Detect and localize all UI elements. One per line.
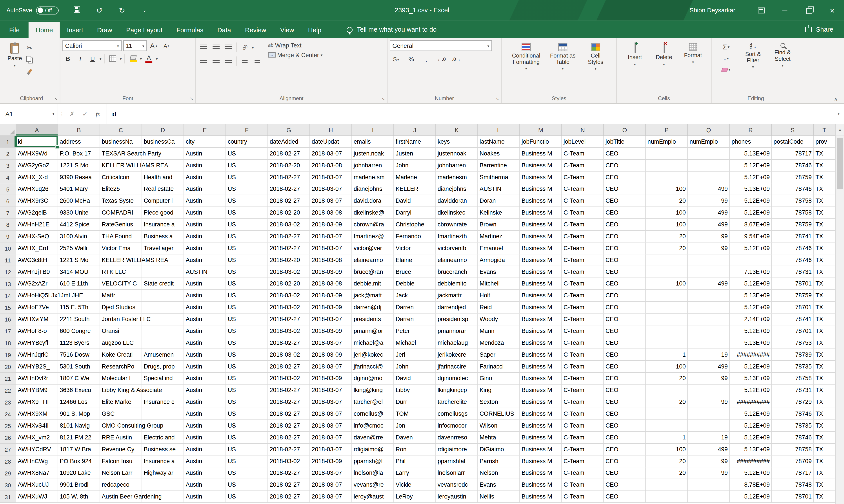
cell-D4[interactable]: Health and <box>142 172 184 183</box>
cell-C24[interactable]: GSC <box>100 408 142 420</box>
cell-C27[interactable]: Revenue Cy <box>100 444 142 455</box>
cell-A4[interactable]: AWHX_X-d <box>16 172 58 183</box>
cell-K25[interactable]: infocmocor <box>436 420 478 432</box>
cell-S30[interactable]: 78748 <box>772 479 814 491</box>
cell-K7[interactable]: dkelinskec <box>436 207 478 219</box>
cell-C30[interactable]: redcapeco <box>100 479 142 491</box>
row-header-4[interactable]: 4 <box>0 172 16 183</box>
cell-B9[interactable]: 3100 Alvin <box>58 231 100 243</box>
cell-P6[interactable]: 20 <box>646 195 688 207</box>
cell-R27[interactable]: 5.13E+09 <box>730 444 772 455</box>
cell-A24[interactable]: AWHX9XM <box>16 408 58 420</box>
align-center-button[interactable] <box>210 56 221 67</box>
cell-N9[interactable]: C-Team <box>562 231 604 243</box>
cell-J4[interactable]: Marlene <box>394 172 436 183</box>
cell-M10[interactable]: Business M <box>520 242 562 254</box>
cell-Q2[interactable] <box>688 148 730 160</box>
cell-C1[interactable]: businessNa <box>100 136 142 148</box>
cell-E4[interactable]: Austin <box>184 172 226 183</box>
row-header-20[interactable]: 20 <box>0 361 16 373</box>
cell-P13[interactable]: 100 <box>646 278 688 290</box>
cell-A14[interactable]: AWHoHiQ5LJx1JmLJHE <box>16 290 58 302</box>
cell-I13[interactable]: debbie.mit <box>352 278 394 290</box>
cell-K5[interactable]: dianejohns <box>436 183 478 195</box>
cell-I23[interactable]: tarcher@el <box>352 396 394 408</box>
cell-O15[interactable]: CEO <box>604 302 646 313</box>
cell-H21[interactable]: 2018-03-09 <box>310 373 352 384</box>
increase-indent-button[interactable] <box>252 56 263 67</box>
cell-R21[interactable]: 5.13E+09 <box>730 373 772 384</box>
cell-R29[interactable]: 5.12E+09 <box>730 467 772 479</box>
cell-K22[interactable]: lkingkingcp <box>436 384 478 396</box>
ribbon-display-options-button[interactable] <box>749 0 773 20</box>
cell-G13[interactable]: 2018-02-20 <box>268 278 310 290</box>
cell-I19[interactable]: jeri@kokec <box>352 349 394 361</box>
cell-B30[interactable]: 9901 Brodi <box>58 479 100 491</box>
cell-H27[interactable]: 2018-03-07 <box>310 444 352 455</box>
cell-H15[interactable]: 2018-03-09 <box>310 302 352 313</box>
cell-F8[interactable]: US <box>226 219 268 231</box>
cell-Q22[interactable] <box>688 384 730 396</box>
cell-R16[interactable]: 2.14E+09 <box>730 313 772 325</box>
cell-G16[interactable]: 2018-02-27 <box>268 313 310 325</box>
cell-S25[interactable]: 78735 <box>772 420 814 432</box>
cell-K9[interactable]: fmartinezth <box>436 231 478 243</box>
cell-S15[interactable]: 78701 <box>772 302 814 313</box>
share-button[interactable]: Share <box>805 26 844 38</box>
cell-T28[interactable]: TX <box>814 455 836 467</box>
cell-J25[interactable]: Jon <box>394 420 436 432</box>
cell-E24[interactable]: Austin <box>184 408 226 420</box>
select-all-button[interactable] <box>0 124 16 136</box>
bold-button[interactable]: B <box>63 53 73 64</box>
cell-B31[interactable]: 105 W. 8th <box>58 491 100 503</box>
cell-styles-button[interactable]: Cell Styles ▾ <box>581 40 610 94</box>
cell-B26[interactable]: 8121 FM 22 <box>58 432 100 444</box>
cell-R18[interactable]: 5.13E+09 <box>730 337 772 349</box>
cell-C28[interactable]: Falcon Insu <box>100 455 142 467</box>
cell-K24[interactable]: corneliusgs <box>436 408 478 420</box>
cell-T12[interactable]: TX <box>814 266 836 278</box>
cell-H19[interactable]: 2018-03-09 <box>310 349 352 361</box>
cell-E17[interactable]: Austin <box>184 325 226 337</box>
cell-C2[interactable]: TEXSAR Search Party <box>100 148 142 160</box>
cell-L6[interactable]: Doran <box>478 195 520 207</box>
cell-I20[interactable]: jfarinacci@ <box>352 361 394 373</box>
cell-I10[interactable]: victor@ver <box>352 242 394 254</box>
decrease-font-button[interactable]: A▾ <box>161 40 172 51</box>
cell-N30[interactable]: C-Team <box>562 479 604 491</box>
cell-J29[interactable]: Larry <box>394 467 436 479</box>
cell-H5[interactable]: 2018-03-07 <box>310 183 352 195</box>
cell-I5[interactable]: dianejohns <box>352 183 394 195</box>
cell-K8[interactable]: cbrownrate <box>436 219 478 231</box>
cell-S20[interactable]: 78735 <box>772 361 814 373</box>
column-header-L[interactable]: L <box>478 124 520 136</box>
cell-C7[interactable]: COMPADRI <box>100 207 142 219</box>
font-color-button[interactable]: A <box>143 53 154 64</box>
cell-O1[interactable]: jobTitle <box>604 136 646 148</box>
cell-E27[interactable]: Austin <box>184 444 226 455</box>
cell-E20[interactable]: Austin <box>184 361 226 373</box>
cell-L22[interactable]: King <box>478 384 520 396</box>
cell-R23[interactable]: ########## <box>730 396 772 408</box>
cell-J28[interactable]: Phil <box>394 455 436 467</box>
cell-N17[interactable]: C-Team <box>562 325 604 337</box>
row-header-3[interactable]: 3 <box>0 160 16 172</box>
cell-R15[interactable]: 5.12E+09 <box>730 302 772 313</box>
cell-K27[interactable]: rdigiaimore <box>436 444 478 455</box>
wrap-text-button[interactable]: ab Wrap Text <box>268 42 323 48</box>
cell-A11[interactable]: AWG3c8tH <box>16 254 58 266</box>
orientation-button[interactable]: ab <box>240 42 250 53</box>
cell-S7[interactable]: 78758 <box>772 207 814 219</box>
cell-J2[interactable]: Justen <box>394 148 436 160</box>
cell-I27[interactable]: rdigiaimo@ <box>352 444 394 455</box>
cell-H17[interactable]: 2018-03-09 <box>310 325 352 337</box>
cell-J20[interactable]: John <box>394 361 436 373</box>
cell-S26[interactable]: 78746 <box>772 432 814 444</box>
cell-S8[interactable]: 78759 <box>772 219 814 231</box>
cell-I26[interactable]: daven@rre <box>352 432 394 444</box>
cell-O30[interactable]: CEO <box>604 479 646 491</box>
scrollbar-thumb[interactable] <box>837 138 843 189</box>
cell-M19[interactable]: Business M <box>520 349 562 361</box>
cell-O12[interactable]: CEO <box>604 266 646 278</box>
cell-M20[interactable]: Business M <box>520 361 562 373</box>
